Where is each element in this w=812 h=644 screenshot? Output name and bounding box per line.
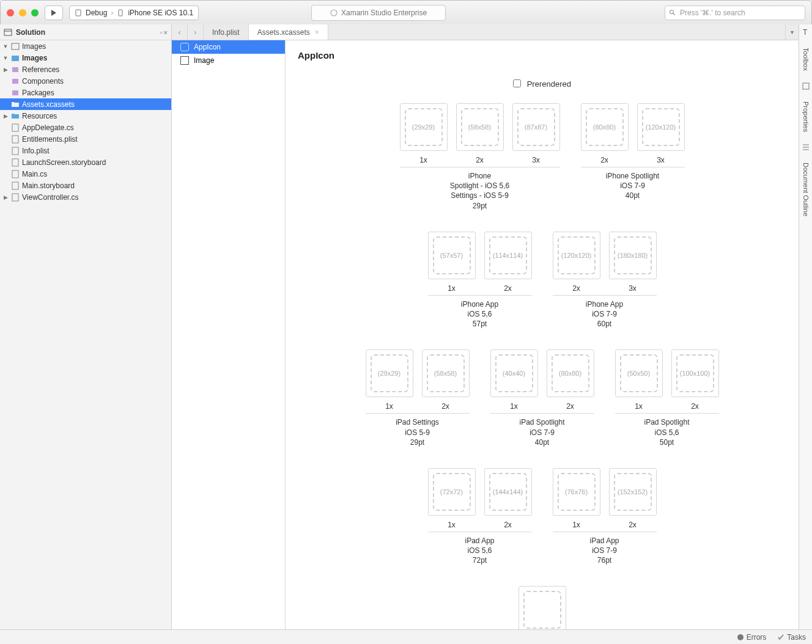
disclosure-icon[interactable]: ▶ xyxy=(2,113,9,119)
icon-slot[interactable]: (80x80) xyxy=(581,103,629,151)
tab-overflow-button[interactable]: ▾ xyxy=(785,24,799,40)
icon-slot-placeholder: (144x144) xyxy=(489,473,527,511)
icon-group-description: iPhone AppiOS 5,657pt xyxy=(461,299,498,329)
icon-slot[interactable]: (120x120) xyxy=(637,103,685,151)
properties-tab[interactable]: Properties xyxy=(802,101,810,132)
properties-icon[interactable] xyxy=(802,82,810,90)
solution-root[interactable]: ▼ Images xyxy=(0,40,171,52)
asset-image[interactable]: Image xyxy=(172,54,285,67)
tab-assets[interactable]: Assets.xcassets × xyxy=(249,24,328,40)
icon-slot[interactable]: (152x152) xyxy=(609,468,657,516)
zoom-window-button[interactable] xyxy=(31,9,39,16)
scheme-selector[interactable]: Debug › iPhone SE iOS 10.1 xyxy=(69,5,199,20)
plist-file-icon xyxy=(11,135,20,144)
pad-close-icon[interactable]: × xyxy=(164,29,168,36)
disclosure-icon[interactable]: ▶ xyxy=(2,194,9,200)
plist-file-icon xyxy=(11,147,20,155)
outline-icon[interactable] xyxy=(802,143,810,152)
infoplist-label: Info.plist xyxy=(22,147,50,155)
disclosure-icon[interactable]: ▼ xyxy=(2,55,9,61)
components-node[interactable]: Components xyxy=(0,75,171,87)
search-field[interactable]: Press '⌘.' to search xyxy=(665,5,805,20)
assets-node[interactable]: Assets.xcassets xyxy=(0,98,171,110)
tab-info-plist[interactable]: Info.plist xyxy=(204,24,249,40)
svg-rect-17 xyxy=(12,182,18,189)
resources-node[interactable]: ▶ Resources xyxy=(0,110,171,122)
icon-slot-scale: 1x xyxy=(419,156,427,164)
asset-appicon[interactable]: AppIcon xyxy=(172,40,285,54)
appdelegate-label: AppDelegate.cs xyxy=(22,123,74,132)
icon-slot[interactable]: (29x29) xyxy=(400,103,448,151)
viewcontroller-node[interactable]: ▶ ViewController.cs xyxy=(0,191,171,203)
launchscreen-node[interactable]: LaunchScreen.storyboard xyxy=(0,156,171,168)
prerendered-label: Prerendered xyxy=(527,79,571,89)
close-window-button[interactable] xyxy=(7,9,14,16)
icon-slot[interactable]: (58x58) xyxy=(456,103,504,151)
appdelegate-node[interactable]: AppDelegate.cs xyxy=(0,122,171,133)
icon-slots xyxy=(519,586,566,629)
group-divider xyxy=(428,295,532,296)
mainstoryboard-node[interactable]: Main.storyboard xyxy=(0,180,171,191)
icon-group-description: iPad SettingsiOS 5-929pt xyxy=(396,417,439,447)
icon-slot-placeholder: (72x72) xyxy=(433,473,471,511)
disclosure-icon[interactable]: ▼ xyxy=(2,43,9,49)
svg-rect-5 xyxy=(4,29,12,35)
icon-slot-column: (120x120)2x xyxy=(553,232,600,293)
icon-slot[interactable]: (80x80) xyxy=(547,349,594,397)
icon-group: (76x76)1x(152x152)2xiPad AppiOS 7-976pt xyxy=(553,468,657,566)
svg-rect-20 xyxy=(803,83,809,89)
tab-bar: ‹ › Info.plist Assets.xcassets × ▾ xyxy=(172,24,799,40)
toolbox-tab[interactable]: Toolbox xyxy=(802,48,810,71)
entitlements-node[interactable]: Entitlements.plist xyxy=(0,133,171,145)
icon-group-row xyxy=(519,586,566,629)
outline-tab[interactable]: Document Outline xyxy=(802,163,810,216)
icon-slot[interactable]: (114x114) xyxy=(484,232,532,279)
icon-slot[interactable] xyxy=(519,586,566,629)
run-button[interactable] xyxy=(45,5,63,20)
icon-group-description: iPad AppiOS 7-976pt xyxy=(589,536,619,566)
solution-icon xyxy=(4,28,12,37)
icon-slot-column: (152x152)2x xyxy=(609,468,657,529)
entitlements-label: Entitlements.plist xyxy=(22,135,78,144)
pad-undock-icon[interactable]: ▫ xyxy=(160,29,163,36)
icon-slot[interactable]: (72x72) xyxy=(428,468,476,516)
asset-catalog-list[interactable]: AppIcon Image xyxy=(172,40,286,629)
minimize-window-button[interactable] xyxy=(19,9,26,16)
icon-slot[interactable]: (57x57) xyxy=(428,232,476,279)
solution-header[interactable]: Solution ▫ × xyxy=(0,24,171,40)
icon-group-description: iPhoneSpotlight - iOS 5,6Settings - iOS … xyxy=(450,171,509,211)
icon-slot[interactable]: (76x76) xyxy=(553,468,600,516)
tab-close-icon[interactable]: × xyxy=(315,28,319,37)
icon-slot-placeholder: (87x87) xyxy=(517,108,555,146)
tasks-button[interactable]: Tasks xyxy=(777,633,806,642)
icon-slot-scale: 2x xyxy=(629,521,637,529)
svg-rect-10 xyxy=(12,79,18,84)
prerendered-checkbox[interactable] xyxy=(513,79,521,87)
icon-slot-scale: 1x xyxy=(385,402,393,411)
packages-node[interactable]: Packages xyxy=(0,87,171,98)
project-node[interactable]: ▼ Images xyxy=(0,52,171,64)
icon-slot-column: (100x100)2x xyxy=(671,349,719,411)
errors-button[interactable]: Errors xyxy=(737,633,767,642)
references-node[interactable]: ▶ References xyxy=(0,64,171,75)
asset-editor[interactable]: AppIcon Prerendered (29x29)1x(58x58)2x(8… xyxy=(286,40,799,629)
icon-slot[interactable]: (180x180) xyxy=(609,232,657,279)
icon-slot[interactable]: (100x100) xyxy=(671,349,719,397)
icon-slot[interactable]: (29x29) xyxy=(366,349,413,397)
maincs-node[interactable]: Main.cs xyxy=(0,168,171,180)
app-icon xyxy=(330,9,338,16)
nav-back-button[interactable]: ‹ xyxy=(172,24,188,40)
infoplist-node[interactable]: Info.plist xyxy=(0,145,171,156)
icon-group-row: (57x57)1x(114x114)2xiPhone AppiOS 5,657p… xyxy=(428,232,657,329)
icon-slot[interactable]: (87x87) xyxy=(512,103,560,151)
toolbox-icon[interactable]: T xyxy=(802,28,810,37)
icon-slot[interactable]: (40x40) xyxy=(490,349,538,397)
disclosure-icon[interactable]: ▶ xyxy=(2,67,9,73)
solution-tree[interactable]: ▼ Images ▼ Images ▶ References Component… xyxy=(0,40,171,629)
svg-rect-7 xyxy=(12,43,19,49)
nav-forward-button[interactable]: › xyxy=(188,24,204,40)
icon-slot[interactable]: (120x120) xyxy=(553,232,600,279)
icon-slot[interactable]: (58x58) xyxy=(422,349,470,397)
icon-slot[interactable]: (50x50) xyxy=(615,349,663,397)
icon-slot[interactable]: (144x144) xyxy=(484,468,532,516)
